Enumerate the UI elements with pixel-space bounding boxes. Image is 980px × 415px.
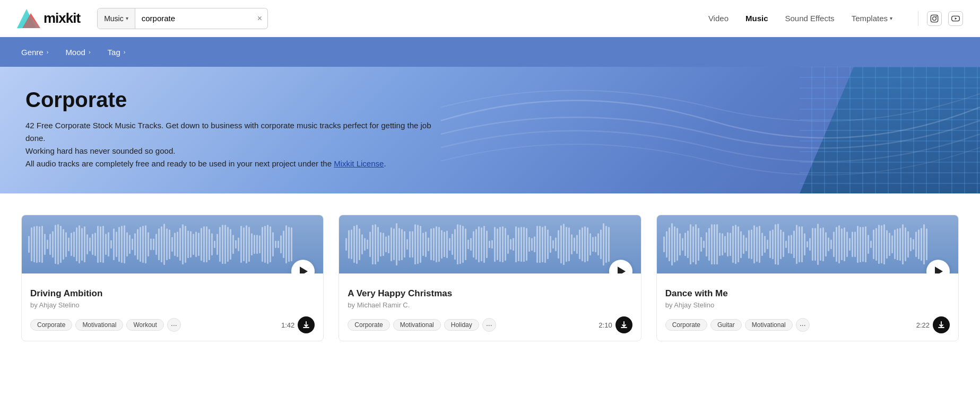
hero-wave-decoration <box>441 67 980 193</box>
genre-filter-button[interactable]: Genre › <box>21 48 48 57</box>
waveform-container <box>22 215 323 273</box>
templates-chevron-icon: ▾ <box>890 15 892 21</box>
track-title: Driving Ambition <box>30 288 315 299</box>
social-links <box>918 11 963 26</box>
track-footer: CorporateMotivationalWorkout···1:42 <box>30 316 315 333</box>
search-bar: Music ▾ × <box>97 8 268 29</box>
nav-templates[interactable]: Templates ▾ <box>852 14 892 23</box>
logo-text: mixkit <box>44 10 80 27</box>
play-icon <box>935 267 943 273</box>
track-card: A Very Happy Christmasby Michael Ramir C… <box>339 215 641 341</box>
track-card: Driving Ambitionby Ahjay StelinoCorporat… <box>21 215 324 341</box>
track-footer: CorporateMotivationalHoliday···2:10 <box>348 316 632 333</box>
tag-filter-button[interactable]: Tag › <box>108 48 126 57</box>
mood-filter-button[interactable]: Mood › <box>65 48 90 57</box>
track-artist: by Michael Ramir C. <box>348 301 632 309</box>
svg-rect-3 <box>931 15 938 22</box>
svg-marker-7 <box>955 17 957 20</box>
track-card: Dance with Meby Ahjay StelinoCorporateGu… <box>656 215 959 341</box>
nav-sound-effects[interactable]: Sound Effects <box>785 14 835 23</box>
download-button[interactable] <box>298 316 315 333</box>
track-info: Driving Ambitionby Ahjay StelinoCorporat… <box>22 273 323 341</box>
track-footer: CorporateGuitarMotivational···2:22 <box>665 316 950 333</box>
more-tags-button[interactable]: ··· <box>482 318 496 332</box>
tracks-grid: Driving Ambitionby Ahjay StelinoCorporat… <box>21 215 959 341</box>
nav-music[interactable]: Music <box>745 14 768 23</box>
hero-desc-line2: Working hard has never sounded so good. <box>25 146 175 155</box>
tag-pill[interactable]: Corporate <box>348 319 389 331</box>
download-button[interactable] <box>933 316 950 333</box>
search-category-label: Music <box>104 14 124 23</box>
tag-pill[interactable]: Motivational <box>75 319 123 331</box>
mood-label: Mood <box>65 48 85 57</box>
track-info: Dance with Meby Ahjay StelinoCorporateGu… <box>657 273 958 341</box>
play-icon <box>300 267 308 273</box>
chevron-down-icon: ▾ <box>126 15 128 21</box>
more-tags-button[interactable]: ··· <box>796 318 810 332</box>
more-tags-button[interactable]: ··· <box>167 318 181 332</box>
hero-title: Corporate <box>25 88 955 112</box>
main-nav: Video Music Sound Effects Templates ▾ <box>708 11 963 26</box>
hero-desc-line1: 42 Free Corporate Stock Music Tracks. Ge… <box>25 121 431 143</box>
tag-pill[interactable]: Motivational <box>745 319 793 331</box>
track-artist: by Ahjay Stelino <box>665 301 950 309</box>
header: mixkit Music ▾ × Video Music Sound Effec… <box>0 0 980 37</box>
hero-desc-line3-post: . <box>384 159 386 168</box>
tag-label: Tag <box>108 48 120 57</box>
genre-chevron-icon: › <box>47 49 49 55</box>
svg-point-4 <box>933 16 936 20</box>
search-input[interactable] <box>135 14 252 23</box>
track-duration: 2:22 <box>916 321 930 329</box>
track-duration: 2:10 <box>599 321 612 329</box>
templates-label: Templates <box>852 14 888 23</box>
tag-chevron-icon: › <box>124 49 126 55</box>
search-clear-button[interactable]: × <box>252 14 267 23</box>
nav-video[interactable]: Video <box>708 14 729 23</box>
waveform-container <box>339 215 640 273</box>
mood-chevron-icon: › <box>89 49 91 55</box>
tag-pill[interactable]: Motivational <box>393 319 441 331</box>
tag-pill[interactable]: Corporate <box>665 319 707 331</box>
logo[interactable]: mixkit <box>17 9 80 28</box>
track-title: Dance with Me <box>665 288 950 299</box>
track-title: A Very Happy Christmas <box>348 288 632 299</box>
mixkit-license-link[interactable]: Mixkit License <box>334 159 384 168</box>
svg-point-5 <box>936 16 937 17</box>
logo-icon <box>17 9 40 28</box>
download-button[interactable] <box>615 316 632 333</box>
filter-bar: Genre › Mood › Tag › <box>0 37 980 67</box>
tracks-section: Driving Ambitionby Ahjay StelinoCorporat… <box>0 193 980 354</box>
hero-desc-line3-pre: All audio tracks are completely free and… <box>25 159 334 168</box>
search-category-dropdown[interactable]: Music ▾ <box>98 8 135 29</box>
track-info: A Very Happy Christmasby Michael Ramir C… <box>339 273 640 341</box>
instagram-icon[interactable] <box>927 11 942 26</box>
hero-banner: Corporate 42 Free Corporate Stock Music … <box>0 67 980 193</box>
tag-pill[interactable]: Workout <box>126 319 163 331</box>
tag-pill[interactable]: Corporate <box>30 319 72 331</box>
track-artist: by Ahjay Stelino <box>30 301 315 309</box>
tag-pill[interactable]: Holiday <box>444 319 479 331</box>
track-duration: 1:42 <box>281 321 294 329</box>
play-icon <box>618 267 626 273</box>
waveform-container <box>657 215 958 273</box>
youtube-icon[interactable] <box>948 11 963 26</box>
genre-label: Genre <box>21 48 44 57</box>
tag-pill[interactable]: Guitar <box>710 319 742 331</box>
hero-description: 42 Free Corporate Stock Music Tracks. Ge… <box>25 119 450 170</box>
